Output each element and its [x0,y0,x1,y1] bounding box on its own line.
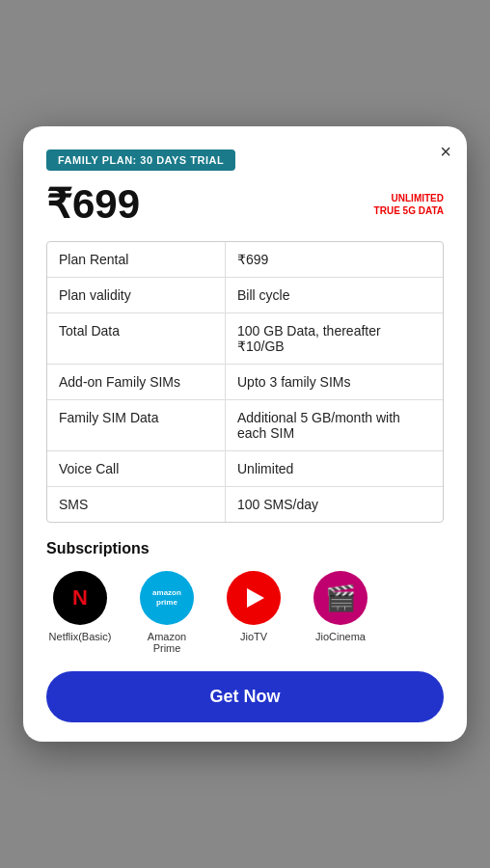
subscription-jiocinema: 🎬 JioCinema [307,571,374,642]
close-button[interactable]: × [440,142,451,161]
row-value: ₹699 [226,242,444,278]
row-label: Voice Call [47,451,226,487]
amazon-label: Amazon Prime [133,631,201,654]
get-now-button[interactable]: Get Now [46,671,444,722]
jiocinema-icon: 🎬 [313,571,368,625]
row-label: Add-on Family SIMs [47,365,226,400]
subscriptions-icons: N Netflix(Basic) amazonprime Amazon Prim… [46,571,444,654]
plan-badge: FAMILY PLAN: 30 DAYS TRIAL [46,149,235,171]
jiocinema-label: JioCinema [315,631,366,642]
subscriptions-section: Subscriptions N Netflix(Basic) amazonpri… [46,540,444,654]
jiotv-icon [227,571,281,625]
price-row: ₹699 UNLIMITED TRUE 5G DATA [46,180,444,228]
row-value: Additional 5 GB/month with each SIM [226,400,444,451]
plan-details-table: Plan Rental ₹699 Plan validity Bill cycl… [46,241,444,523]
row-value: Unlimited [226,451,444,487]
table-row: Plan validity Bill cycle [47,278,443,313]
modal-container: × FAMILY PLAN: 30 DAYS TRIAL ₹699 UNLIMI… [23,126,467,742]
netflix-icon: N [53,571,107,625]
subscription-amazon: amazonprime Amazon Prime [133,571,201,654]
row-value: 100 GB Data, thereafter ₹10/GB [226,313,444,365]
jiotv-label: JioTV [240,631,267,642]
table-row: SMS 100 SMS/day [47,487,443,523]
row-label: Family SIM Data [47,400,226,451]
row-label: Plan validity [47,278,226,313]
table-row: Add-on Family SIMs Upto 3 family SIMs [47,365,443,400]
table-row: Voice Call Unlimited [47,451,443,487]
plan-price: ₹699 [46,180,140,228]
row-label: Total Data [47,313,226,365]
netflix-label: Netflix(Basic) [49,631,112,642]
unlimited-badge: UNLIMITED TRUE 5G DATA [374,192,444,217]
table-row: Total Data 100 GB Data, thereafter ₹10/G… [47,313,443,365]
row-label: Plan Rental [47,242,226,278]
table-row: Family SIM Data Additional 5 GB/month wi… [47,400,443,451]
table-row: Plan Rental ₹699 [47,242,443,278]
row-value: Upto 3 family SIMs [226,365,444,400]
row-value: Bill cycle [226,278,444,313]
subscription-netflix: N Netflix(Basic) [46,571,114,642]
amazon-prime-icon: amazonprime [140,571,194,625]
subscription-jiotv: JioTV [220,571,287,642]
subscriptions-title: Subscriptions [46,540,444,557]
row-label: SMS [47,487,226,523]
row-value: 100 SMS/day [226,487,444,523]
